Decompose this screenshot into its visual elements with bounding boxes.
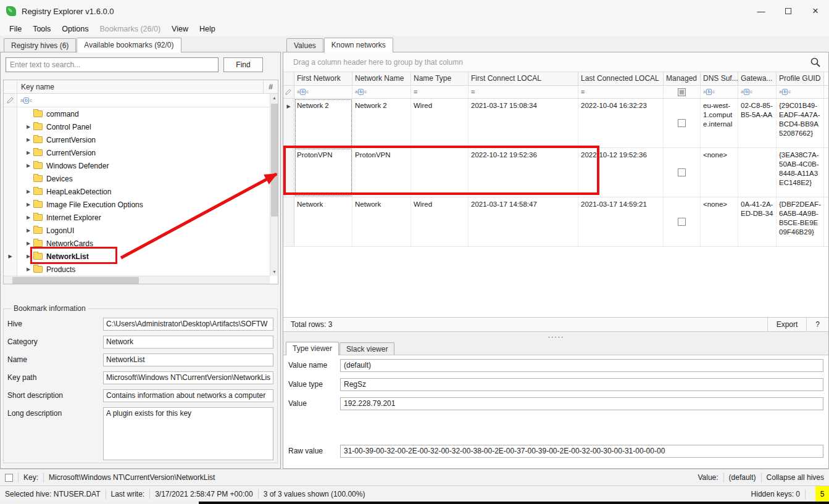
- status-value-label: Value:: [698, 473, 718, 482]
- grid-body: ▶Network 2Network 2Wired2021-03-17 15:08…: [283, 99, 828, 247]
- network-row-network-2[interactable]: ▶Network 2Network 2Wired2021-03-17 15:08…: [283, 99, 828, 148]
- column-header-managed[interactable]: Managed: [664, 72, 701, 85]
- column-header-dns-suf[interactable]: DNS Suf...: [701, 72, 738, 85]
- filter-cell-first-connect-local[interactable]: =: [469, 86, 578, 98]
- tree-item-command[interactable]: command: [4, 107, 278, 120]
- right-tab-bar: ValuesKnown networks: [283, 36, 829, 52]
- row-indicator: [4, 211, 17, 224]
- tree-item-control-panel[interactable]: ▶Control Panel: [4, 120, 278, 133]
- scroll-up-icon[interactable]: ▲: [270, 94, 278, 102]
- grid-filter-row[interactable]: abcabc===abcabcabc: [283, 86, 828, 99]
- filter-cell-profile-guid[interactable]: abc: [777, 86, 824, 98]
- expand-arrow-icon[interactable]: ▶: [23, 254, 33, 259]
- tree-column-key-name[interactable]: Key name: [17, 83, 263, 91]
- menu-item-view[interactable]: View: [166, 23, 194, 35]
- column-header-profile-guid[interactable]: Profile GUID: [777, 72, 824, 85]
- filter-checkbox[interactable]: [678, 88, 686, 96]
- managed-checkbox[interactable]: [678, 119, 686, 127]
- group-by-bar[interactable]: Drag a column header here to group by th…: [283, 52, 828, 72]
- tab-type-viewer[interactable]: Type viewer: [286, 342, 339, 355]
- grid-indicator-header: [283, 72, 294, 85]
- minimize-button[interactable]: —: [748, 0, 775, 22]
- find-button[interactable]: Find: [223, 57, 263, 72]
- long-description-field[interactable]: A plugin exists for this key: [103, 407, 273, 460]
- column-header-gatewa[interactable]: Gatewa...: [738, 72, 777, 85]
- maximize-button[interactable]: [775, 0, 802, 22]
- network-row-network[interactable]: NetworkNetworkWired2021-03-17 14:58:4720…: [283, 197, 828, 247]
- menu-item-tools[interactable]: Tools: [27, 23, 56, 35]
- filter-cell-managed[interactable]: [664, 86, 701, 98]
- scroll-down-icon[interactable]: ▼: [270, 268, 278, 276]
- category-field[interactable]: Network: [103, 336, 273, 349]
- filter-cell-last-connected-local[interactable]: =: [578, 86, 664, 98]
- expand-arrow-icon[interactable]: ▶: [23, 202, 33, 207]
- tree-item-heapleakdetection[interactable]: ▶HeapLeakDetection: [4, 185, 278, 198]
- value-field[interactable]: 192.228.79.201: [340, 397, 823, 410]
- column-header-network-name[interactable]: Network Name: [352, 72, 411, 85]
- filter-cell-dns-suf[interactable]: abc: [701, 86, 738, 98]
- search-icon[interactable]: [810, 57, 821, 70]
- hive-field[interactable]: C:\Users\Administrator\Desktop\Artifacts…: [103, 318, 273, 331]
- collapse-all-hives-button[interactable]: Collapse all hives: [767, 473, 824, 482]
- expand-arrow-icon[interactable]: ▶: [23, 163, 33, 168]
- value-type-field[interactable]: RegSz: [340, 378, 823, 391]
- tab-values[interactable]: Values: [286, 38, 323, 52]
- network-row-protonvpn[interactable]: ProtonVPNProtonVPN2022-10-12 19:52:36202…: [283, 148, 828, 197]
- filter-cell-name-type[interactable]: =: [411, 86, 469, 98]
- tree-item-logonui[interactable]: ▶LogonUI: [4, 224, 278, 237]
- status-bar-top: Key: Microsoft\Windows NT\CurrentVersion…: [0, 469, 829, 485]
- expand-arrow-icon[interactable]: ▶: [23, 241, 33, 246]
- tree-filter-row[interactable]: abc: [4, 94, 278, 107]
- short-description-field[interactable]: Contains information about networks a co…: [103, 389, 273, 402]
- tab-registry-hives-6[interactable]: Registry hives (6): [4, 38, 76, 52]
- menu-item-file[interactable]: File: [4, 23, 27, 35]
- tree-horizontal-scrollbar[interactable]: [4, 276, 270, 284]
- filter-cell-first-network[interactable]: abc: [294, 86, 352, 98]
- expand-arrow-icon[interactable]: ▶: [23, 266, 33, 272]
- tree-item-image-file-execution-options[interactable]: ▶Image File Execution Options: [4, 198, 278, 211]
- expand-arrow-icon[interactable]: ▶: [23, 189, 33, 194]
- messages-count-badge[interactable]: 5: [815, 486, 829, 502]
- menu-item-options[interactable]: Options: [56, 23, 94, 35]
- tree-column-count[interactable]: #: [263, 80, 278, 93]
- help-button[interactable]: ?: [806, 318, 828, 331]
- expand-arrow-icon[interactable]: ▶: [23, 228, 33, 233]
- close-button[interactable]: ×: [802, 0, 829, 22]
- tab-slack-viewer[interactable]: Slack viewer: [340, 342, 394, 355]
- horizontal-splitter[interactable]: ·····: [283, 332, 828, 341]
- tree-item-networkcards[interactable]: ▶NetworkCards: [4, 237, 278, 250]
- filter-cell-gatewa[interactable]: abc: [738, 86, 777, 98]
- raw-value-field[interactable]: 31-00-39-00-32-00-2E-00-32-00-32-00-38-0…: [340, 445, 823, 458]
- column-header-name-type[interactable]: Name Type: [411, 72, 469, 85]
- tree-item-currentversion[interactable]: ▶CurrentVersion: [4, 146, 278, 159]
- expand-arrow-icon[interactable]: ▶: [23, 215, 33, 220]
- expand-arrow-icon[interactable]: ▶: [23, 137, 33, 143]
- filter-cell-network-name[interactable]: abc: [352, 86, 411, 98]
- tree-item-networklist[interactable]: ▶▶NetworkList: [4, 250, 278, 263]
- managed-checkbox[interactable]: [678, 218, 686, 226]
- column-header-last-connected-local[interactable]: Last Connected LOCAL: [578, 72, 664, 85]
- search-input[interactable]: [6, 57, 219, 72]
- tree-item-currentversion[interactable]: ▶CurrentVersion: [4, 133, 278, 146]
- managed-checkbox[interactable]: [678, 168, 686, 176]
- tree-item-windows-defender[interactable]: ▶Windows Defender: [4, 159, 278, 172]
- status-checkbox[interactable]: [5, 474, 13, 482]
- search-row: Find: [6, 57, 263, 72]
- tree-item-devices[interactable]: Devices: [4, 172, 278, 185]
- tab-available-bookmarks-92-0[interactable]: Available bookmarks (92/0): [77, 38, 181, 52]
- expand-arrow-icon[interactable]: ▶: [23, 150, 33, 155]
- name-field[interactable]: NetworkList: [103, 353, 273, 366]
- value-name-field[interactable]: (default): [340, 359, 823, 372]
- column-header-first-network[interactable]: First Network: [294, 72, 352, 85]
- tree-item-products[interactable]: ▶Products: [4, 263, 278, 276]
- tree-vertical-scrollbar[interactable]: ▲ ▼: [270, 94, 278, 276]
- export-button[interactable]: Export: [767, 318, 807, 331]
- column-header-first-connect-local[interactable]: First Connect LOCAL: [469, 72, 578, 85]
- tree-item-internet-explorer[interactable]: ▶Internet Explorer: [4, 211, 278, 224]
- expand-arrow-icon[interactable]: ▶: [23, 124, 33, 130]
- scrollbar-thumb[interactable]: [271, 104, 278, 217]
- key-path-field[interactable]: Microsoft\Windows NT\CurrentVersion\Netw…: [103, 371, 273, 384]
- scrollbar-thumb[interactable]: [12, 277, 139, 284]
- tab-known-networks[interactable]: Known networks: [324, 38, 393, 52]
- menu-item-help[interactable]: Help: [194, 23, 221, 35]
